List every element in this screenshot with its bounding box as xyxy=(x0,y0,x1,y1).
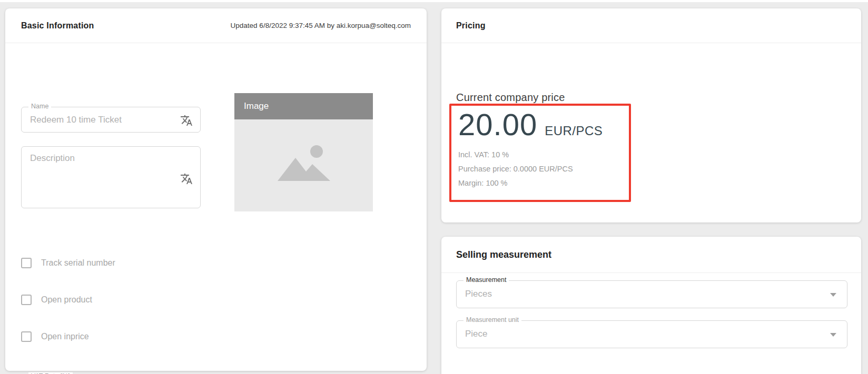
basic-information-card: Basic Information Updated 6/8/2022 9:37:… xyxy=(5,8,427,371)
chevron-down-icon xyxy=(830,293,836,297)
top-strip xyxy=(0,0,868,2)
checkbox-open-product[interactable]: Open product xyxy=(21,295,92,305)
checkbox-label: Open product xyxy=(41,295,92,305)
selling-measurement-title: Selling measurement xyxy=(456,249,551,260)
price-unit: EUR/PCS xyxy=(545,124,603,138)
updated-timestamp: Updated 6/8/2022 9:37:45 AM by aki.korpu… xyxy=(231,22,411,29)
name-field-label: Name xyxy=(28,103,51,110)
pricing-title: Pricing xyxy=(456,21,486,31)
name-field[interactable]: Name Redeem 10 time Ticket xyxy=(21,107,201,133)
price-value: 20.00 xyxy=(458,108,537,141)
measurement-label: Measurement xyxy=(463,276,509,284)
incl-vat-line: Incl. VAT: 10 % xyxy=(458,148,629,162)
selling-measurement-card: Selling measurement Measurement Pieces M… xyxy=(441,237,861,374)
image-placeholder-icon xyxy=(272,143,336,188)
purchase-price-line: Purchase price: 0.0000 EUR/PCS xyxy=(458,162,629,176)
description-field[interactable]: Description xyxy=(21,146,201,208)
checkbox-open-inprice[interactable]: Open inprice xyxy=(21,331,89,342)
checkbox-label: Open inprice xyxy=(41,332,89,341)
checkbox-track-serial-number[interactable]: Track serial number xyxy=(21,258,115,268)
highlight-rectangle: 20.00 EUR/PCS Incl. VAT: 10 % Purchase p… xyxy=(449,104,631,202)
measurement-unit-select[interactable]: Measurement unit Piece xyxy=(456,320,847,348)
checkbox-icon[interactable] xyxy=(21,331,32,342)
current-company-price-heading: Current company price xyxy=(456,92,565,104)
measurement-value: Pieces xyxy=(465,289,492,299)
image-upload-area[interactable] xyxy=(234,119,373,211)
description-placeholder: Description xyxy=(30,153,75,164)
checkbox-icon[interactable] xyxy=(21,258,32,268)
basic-information-title: Basic Information xyxy=(21,21,94,31)
image-block-title: Image xyxy=(244,101,269,112)
name-field-value: Redeem 10 time Ticket xyxy=(30,115,122,125)
measurement-unit-label: Measurement unit xyxy=(463,316,521,324)
translate-icon[interactable] xyxy=(180,114,193,127)
translate-icon[interactable] xyxy=(180,173,193,185)
basic-information-header: Basic Information Updated 6/8/2022 9:37:… xyxy=(5,8,427,43)
image-block-header: Image xyxy=(234,93,373,119)
measurement-select[interactable]: Measurement Pieces xyxy=(456,280,847,308)
margin-line: Margin: 100 % xyxy=(458,176,629,190)
pricing-card: Pricing Current company price 20.00 EUR/… xyxy=(441,8,861,223)
measurement-unit-value: Piece xyxy=(465,329,488,339)
price-row: 20.00 EUR/PCS xyxy=(458,108,629,141)
checkbox-icon[interactable] xyxy=(21,295,32,305)
checkbox-label: Track serial number xyxy=(41,258,115,268)
price-details: Incl. VAT: 10 % Purchase price: 0.0000 E… xyxy=(458,148,629,190)
product-image-block: Image xyxy=(234,93,373,211)
selling-measurement-header: Selling measurement xyxy=(441,237,861,273)
chevron-down-icon xyxy=(830,333,836,337)
pricing-header: Pricing xyxy=(441,8,861,43)
product-editor-page: Basic Information Updated 6/8/2022 9:37:… xyxy=(0,0,868,374)
